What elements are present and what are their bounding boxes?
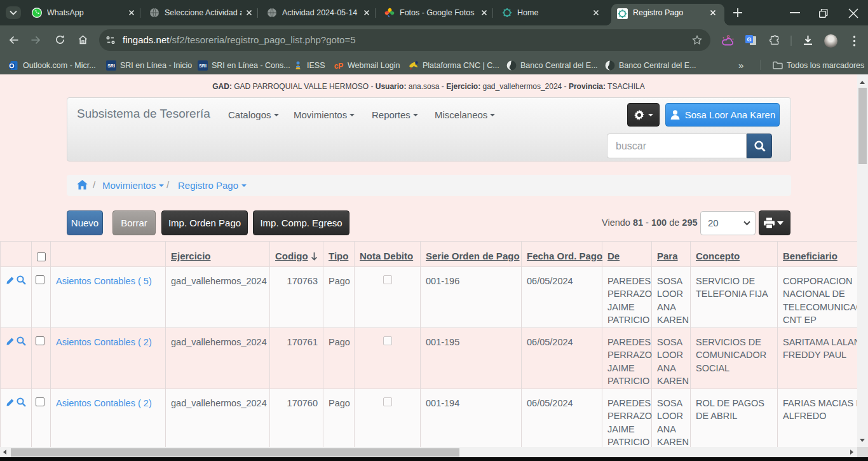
svg-text:SRI: SRI	[199, 64, 207, 68]
svg-text:cP: cP	[334, 62, 344, 71]
svg-text:SRI: SRI	[107, 64, 115, 68]
svg-text:G: G	[747, 36, 751, 43]
